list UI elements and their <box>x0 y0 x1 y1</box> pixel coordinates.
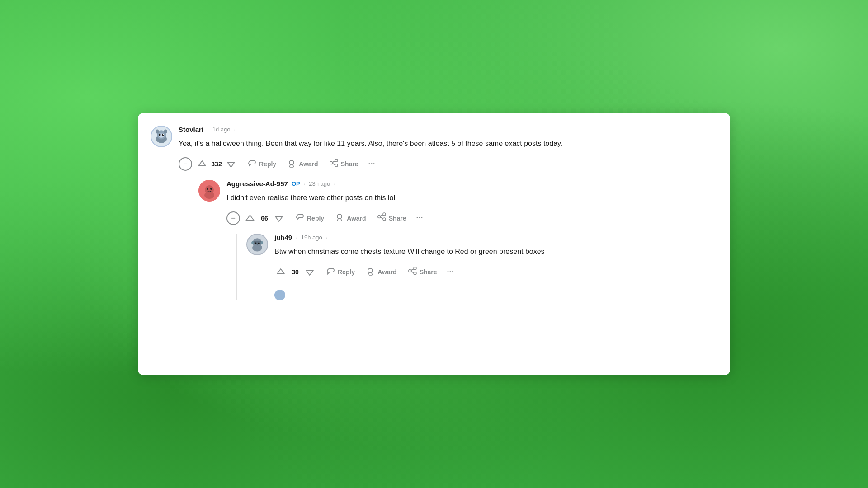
reply-button-juh49[interactable]: Reply <box>321 264 359 281</box>
share-icon-stovlari <box>329 159 338 170</box>
vote-count-stovlari: 332 <box>211 160 222 168</box>
svg-point-3 <box>156 129 159 133</box>
more-button-stovlari[interactable]: ··· <box>365 158 379 171</box>
timestamp-stovlari: 1d ago <box>212 126 231 133</box>
share-label-stovlari: Share <box>341 160 359 168</box>
op-badge-aggressive: OP <box>292 180 300 187</box>
award-button-stovlari[interactable]: Award <box>283 156 323 173</box>
reply-label-stovlari: Reply <box>259 160 276 168</box>
svg-point-4 <box>164 129 167 133</box>
thread-line-stovlari <box>189 180 189 300</box>
share-label-juh49: Share <box>420 268 437 276</box>
vote-count-aggressive: 66 <box>259 215 270 222</box>
nested-comments-stovlari: Aggressive-Ad-957 OP · 23h ago · I didn'… <box>198 180 717 300</box>
svg-point-9 <box>163 134 164 135</box>
nested-comments-aggressive: juh49 · 19h ago · Btw when christmas com… <box>246 234 717 300</box>
award-label-stovlari: Award <box>299 160 318 168</box>
share-button-stovlari[interactable]: Share <box>325 156 363 173</box>
svg-point-15 <box>207 188 208 190</box>
username-aggressive: Aggressive-Ad-957 <box>226 180 288 188</box>
award-label-juh49: Award <box>377 268 397 276</box>
vote-section-stovlari: 332 <box>196 158 237 170</box>
username-juh49: juh49 <box>274 234 292 241</box>
downvote-juh49[interactable] <box>303 266 316 278</box>
svg-point-11 <box>289 160 294 165</box>
svg-point-24 <box>251 241 254 244</box>
reply-icon-stovlari <box>247 159 256 170</box>
reply-icon-juh49 <box>326 267 335 278</box>
vote-count-juh49: 30 <box>290 268 301 276</box>
downvote-aggressive[interactable] <box>273 212 285 225</box>
svg-point-7 <box>162 134 164 136</box>
share-icon-aggressive <box>377 212 386 224</box>
comment-juh49: juh49 · 19h ago · Btw when christmas com… <box>246 234 717 300</box>
svg-point-23 <box>258 243 260 244</box>
svg-point-26 <box>257 244 258 246</box>
reply-label-juh49: Reply <box>338 268 355 276</box>
award-button-aggressive[interactable]: Award <box>330 210 371 226</box>
comment-card: Stovlari · 1d ago · Yea, it's a hallowee… <box>138 113 730 375</box>
comment-body-stovlari: Stovlari · 1d ago · Yea, it's a hallowee… <box>179 126 717 300</box>
svg-point-27 <box>368 268 373 273</box>
partial-avatar-bottom <box>274 290 285 300</box>
action-bar-aggressive: − 66 <box>226 210 717 226</box>
reply-button-stovlari[interactable]: Reply <box>243 156 281 173</box>
avatar-stovlari <box>151 126 172 147</box>
thread-aggressive: juh49 · 19h ago · Btw when christmas com… <box>226 234 717 300</box>
vote-section-juh49: 30 <box>274 266 316 278</box>
comment-body-aggressive: Aggressive-Ad-957 OP · 23h ago · I didn'… <box>226 180 717 300</box>
svg-point-10 <box>161 136 162 136</box>
action-bar-stovlari: − 332 <box>179 156 717 173</box>
award-label-aggressive: Award <box>347 215 366 222</box>
username-stovlari: Stovlari <box>179 126 203 133</box>
comment-text-stovlari: Yea, it's a halloween thing. Been that w… <box>179 138 717 150</box>
more-button-aggressive[interactable]: ··· <box>413 211 427 225</box>
award-button-juh49[interactable]: Award <box>361 264 401 281</box>
thread-line-aggressive <box>236 234 237 300</box>
comment-header-stovlari: Stovlari · 1d ago · <box>179 126 717 133</box>
downvote-stovlari[interactable] <box>225 158 237 170</box>
svg-point-14 <box>204 192 214 199</box>
award-icon-aggressive <box>335 212 344 224</box>
svg-point-8 <box>160 134 160 135</box>
svg-point-16 <box>210 188 212 190</box>
comment-text-aggressive: I didn't even realise there were other p… <box>226 192 717 204</box>
svg-point-25 <box>260 241 263 244</box>
share-label-aggressive: Share <box>389 215 406 222</box>
avatar-aggressive <box>198 180 220 202</box>
upvote-juh49[interactable] <box>274 266 287 278</box>
award-icon-juh49 <box>366 267 375 278</box>
svg-rect-21 <box>253 241 262 244</box>
avatar-juh49 <box>246 234 268 255</box>
more-button-juh49[interactable]: ··· <box>443 266 458 279</box>
reply-button-aggressive[interactable]: Reply <box>291 210 329 226</box>
action-bar-juh49: 30 <box>274 264 717 281</box>
award-icon-stovlari <box>287 159 296 170</box>
upvote-stovlari[interactable] <box>196 158 208 170</box>
collapse-button-aggressive[interactable]: − <box>226 211 240 225</box>
vote-section-aggressive: 66 <box>244 212 285 225</box>
thread-stovlari: Aggressive-Ad-957 OP · 23h ago · I didn'… <box>179 180 717 300</box>
comment-text-juh49: Btw when christmas come chests texture W… <box>274 246 717 258</box>
reply-icon-aggressive <box>295 212 304 224</box>
comment-body-juh49: juh49 · 19h ago · Btw when christmas com… <box>274 234 717 300</box>
share-icon-juh49 <box>408 267 417 278</box>
comment-aggressive: Aggressive-Ad-957 OP · 23h ago · I didn'… <box>198 180 717 300</box>
timestamp-aggressive: 23h ago <box>309 180 330 187</box>
reply-label-aggressive: Reply <box>307 215 324 222</box>
svg-point-17 <box>337 214 342 219</box>
comment-header-juh49: juh49 · 19h ago · <box>274 234 717 241</box>
upvote-aggressive[interactable] <box>244 212 256 225</box>
svg-point-22 <box>255 243 257 244</box>
svg-point-28 <box>274 290 285 300</box>
timestamp-juh49: 19h ago <box>301 234 322 241</box>
share-button-juh49[interactable]: Share <box>403 264 442 281</box>
share-button-aggressive[interactable]: Share <box>373 210 411 226</box>
comment-header-aggressive: Aggressive-Ad-957 OP · 23h ago · <box>226 180 717 188</box>
collapse-button-stovlari[interactable]: − <box>179 157 192 171</box>
comment-stovlari: Stovlari · 1d ago · Yea, it's a hallowee… <box>151 126 717 300</box>
svg-point-6 <box>159 134 161 136</box>
